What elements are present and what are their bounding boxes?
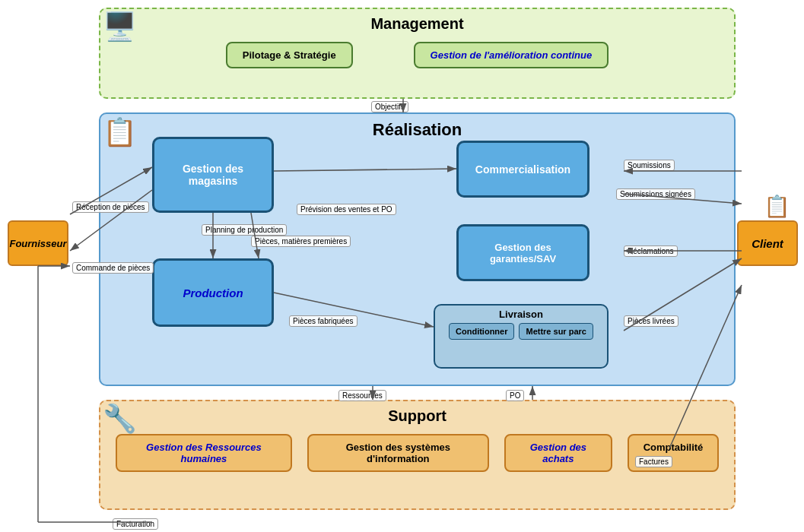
- livraison-box: Livraison Conditionner Mettre sur parc: [434, 304, 609, 369]
- management-section: Management Pilotage & Stratégie Gestion …: [99, 8, 736, 99]
- pilotage-box: Pilotage & Stratégie: [226, 42, 353, 68]
- livraison-sub: Conditionner Mettre sur parc: [438, 323, 604, 340]
- reception-label: Réception de pièces: [72, 201, 149, 213]
- management-title: Management: [100, 15, 734, 33]
- livraison-title: Livraison: [438, 309, 604, 320]
- realisation-icon: 📋: [103, 116, 137, 148]
- support-title: Support: [100, 407, 734, 425]
- reclamations-label: Réclamations: [624, 245, 678, 257]
- rh-box: Gestion des Ressources humaines: [116, 434, 292, 472]
- pieces-fabriquees-label: Pièces fabriquées: [289, 315, 358, 327]
- factures-label: Factures: [635, 456, 672, 467]
- management-boxes: Pilotage & Stratégie Gestion de l'amélio…: [100, 42, 734, 68]
- client-box: Client: [737, 220, 798, 266]
- facturation-label: Facturation: [113, 518, 158, 530]
- objectifs-label: Objectifs: [371, 101, 408, 112]
- production-box: Production: [152, 258, 274, 327]
- po-label: PO: [506, 390, 524, 401]
- client-icon: 📋: [764, 194, 790, 219]
- gestion-magasins-box: Gestion des magasins: [152, 137, 274, 213]
- commande-label: Commande de pièces: [72, 262, 154, 274]
- prevision-label: Prévision des ventes et PO: [297, 204, 396, 215]
- amelioration-box: Gestion de l'amélioration continue: [414, 42, 609, 68]
- fournisseur-box: Fournisseur: [8, 220, 68, 266]
- management-icon: 🖥️: [103, 11, 137, 43]
- achats-box: Gestion des achats: [504, 434, 612, 472]
- si-box: Gestion des systèmes d'information: [307, 434, 489, 472]
- pieces-livrees-label: Pièces livrées: [624, 315, 678, 327]
- soumissions-label: Soumissions: [624, 160, 675, 171]
- conditionner-box: Conditionner: [449, 323, 514, 340]
- pieces-matieres-label: Pièces, matières premières: [251, 236, 351, 247]
- diagram: Management Pilotage & Stratégie Gestion …: [0, 0, 804, 532]
- support-section: Support Gestion des Ressources humaines …: [99, 400, 736, 510]
- support-icon: 🔧: [103, 403, 137, 435]
- garanties-box: Gestion des garanties/SAV: [456, 224, 589, 281]
- commercialisation-box: Commercialisation: [456, 141, 589, 198]
- planning-label: Planning de production: [202, 224, 287, 236]
- mettre-sur-parc-box: Mettre sur parc: [519, 323, 593, 340]
- ressources-label: Ressources: [338, 390, 386, 401]
- soumissions-signees-label: Soumissions signées: [616, 188, 695, 200]
